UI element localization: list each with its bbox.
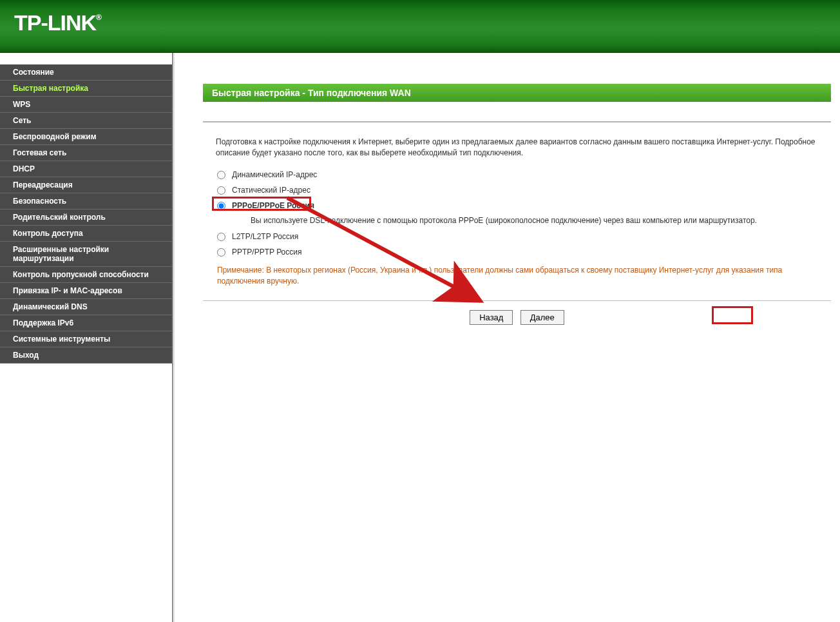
wan-type-radio[interactable] bbox=[217, 171, 225, 179]
sidebar-item[interactable]: Сеть bbox=[0, 113, 172, 129]
brand-logo: TP-LINK® bbox=[14, 10, 101, 35]
wan-type-option: L2TP/L2TP Россия bbox=[217, 229, 831, 244]
wan-type-description: Вы используете DSL-подключение с помощью… bbox=[251, 216, 831, 225]
sidebar-item[interactable]: Родительский контроль bbox=[0, 209, 172, 226]
sidebar-item[interactable]: Контроль доступа bbox=[0, 226, 172, 242]
sidebar-item[interactable]: Быстрая настройка bbox=[0, 81, 172, 97]
wan-type-label: PPTP/PPTP Россия bbox=[232, 248, 302, 257]
wan-type-option: PPTP/PPTP Россия bbox=[217, 244, 831, 260]
highlight-box-next bbox=[712, 306, 753, 324]
sidebar-item[interactable]: Выход bbox=[0, 347, 172, 364]
sidebar-item[interactable]: Системные инструменты bbox=[0, 331, 172, 347]
intro-text: Подготовка к настройке подключения к Инт… bbox=[216, 137, 831, 159]
wan-type-option: Статический IP-адрес bbox=[217, 182, 831, 198]
sidebar-item[interactable]: Гостевая сеть bbox=[0, 145, 172, 161]
button-row: Назад Далее bbox=[203, 310, 831, 325]
page-title: Быстрая настройка - Тип подключения WAN bbox=[203, 84, 831, 102]
wan-type-option: Динамический IP-адрес bbox=[217, 167, 831, 182]
wan-type-radio[interactable] bbox=[217, 202, 225, 210]
wan-type-option: PPPoE/PPPoE Россия bbox=[217, 198, 831, 213]
sidebar-item[interactable]: Безопасность bbox=[0, 193, 172, 209]
sidebar-item[interactable]: Динамический DNS bbox=[0, 299, 172, 315]
wan-type-label: Статический IP-адрес bbox=[232, 186, 310, 195]
sidebar-item[interactable]: Привязка IP- и MAC-адресов bbox=[0, 283, 172, 299]
sidebar-item[interactable]: Состояние bbox=[0, 64, 172, 81]
wan-type-label: PPPoE/PPPoE Россия bbox=[232, 201, 314, 210]
wan-type-options: Динамический IP-адресСтатический IP-адре… bbox=[217, 167, 831, 260]
wan-type-label: L2TP/L2TP Россия bbox=[232, 232, 298, 241]
back-button[interactable]: Назад bbox=[470, 310, 513, 325]
wan-type-radio[interactable] bbox=[217, 233, 225, 241]
sidebar-nav: СостояниеБыстрая настройкаWPSСетьБеспров… bbox=[0, 53, 172, 622]
main-content: Быстрая настройка - Тип подключения WAN … bbox=[175, 53, 840, 622]
sidebar-item[interactable]: Беспроводной режим bbox=[0, 129, 172, 145]
note-text: Примечание: В некоторых регионах (Россия… bbox=[217, 265, 831, 287]
separator bbox=[203, 300, 831, 301]
wan-type-radio[interactable] bbox=[217, 248, 225, 257]
sidebar-item[interactable]: Расширенные настройки маршрутизации bbox=[0, 242, 172, 267]
separator bbox=[203, 121, 831, 122]
sidebar-item[interactable]: Поддержка IPv6 bbox=[0, 315, 172, 331]
sidebar-item[interactable]: Переадресация bbox=[0, 177, 172, 193]
next-button[interactable]: Далее bbox=[520, 310, 564, 325]
wan-type-radio[interactable] bbox=[217, 186, 225, 195]
sidebar-item[interactable]: Контроль пропускной способности bbox=[0, 267, 172, 283]
sidebar-item[interactable]: WPS bbox=[0, 97, 172, 113]
sidebar-item[interactable]: DHCP bbox=[0, 161, 172, 177]
app-header: TP-LINK® bbox=[0, 0, 840, 53]
wan-type-label: Динамический IP-адрес bbox=[232, 170, 317, 179]
